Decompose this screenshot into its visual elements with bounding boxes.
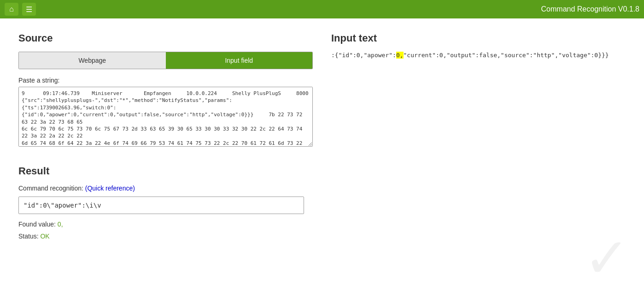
result-input[interactable] — [18, 197, 304, 214]
status-label: Status: — [18, 232, 39, 240]
input-text-content: :{"id":0,"apower":0,"current":0,"output"… — [331, 52, 626, 59]
found-value-label: Found value: — [18, 221, 56, 228]
main-content: Source Webpage Input field Paste a strin… — [0, 18, 644, 254]
menu-icon: ☰ — [26, 5, 32, 14]
input-text-after: "current":0,"output":false,"source":"htt… — [404, 52, 609, 59]
input-text-title: Input text — [331, 32, 626, 44]
source-title: Source — [18, 32, 313, 44]
source-column: Source Webpage Input field Paste a strin… — [18, 32, 313, 149]
app-title: Command Recognition V0.1.8 — [541, 5, 639, 13]
command-recognition-text: Command recognition: — [18, 185, 83, 192]
menu-button[interactable]: ☰ — [22, 3, 36, 16]
quick-reference-link[interactable]: (Quick reference) — [85, 185, 135, 192]
result-title: Result — [18, 165, 626, 177]
command-recognition-label: Command recognition: (Quick reference) — [18, 185, 626, 192]
status-line: Status: OK — [18, 232, 626, 240]
input-text-highlight: 0, — [396, 52, 404, 59]
status-value: OK — [40, 232, 49, 240]
found-value-number: 0, — [58, 221, 63, 228]
input-field-toggle-button[interactable]: Input field — [166, 52, 313, 69]
input-text-before: :{"id":0,"apower": — [331, 52, 396, 59]
home-button[interactable]: ⌂ — [5, 3, 18, 16]
webpage-toggle-button[interactable]: Webpage — [19, 52, 166, 69]
source-textarea[interactable] — [18, 87, 313, 147]
paste-label: Paste a string: — [18, 77, 313, 84]
top-columns: Source Webpage Input field Paste a strin… — [18, 32, 626, 149]
result-section: Result Command recognition: (Quick refer… — [18, 165, 626, 240]
app-header: ⌂ ☰ Command Recognition V0.1.8 — [0, 0, 644, 18]
input-text-column: Input text :{"id":0,"apower":0,"current"… — [331, 32, 626, 149]
home-icon: ⌂ — [9, 5, 14, 13]
found-value-line: Found value: 0, — [18, 221, 626, 228]
source-toggle-group: Webpage Input field — [18, 52, 313, 69]
